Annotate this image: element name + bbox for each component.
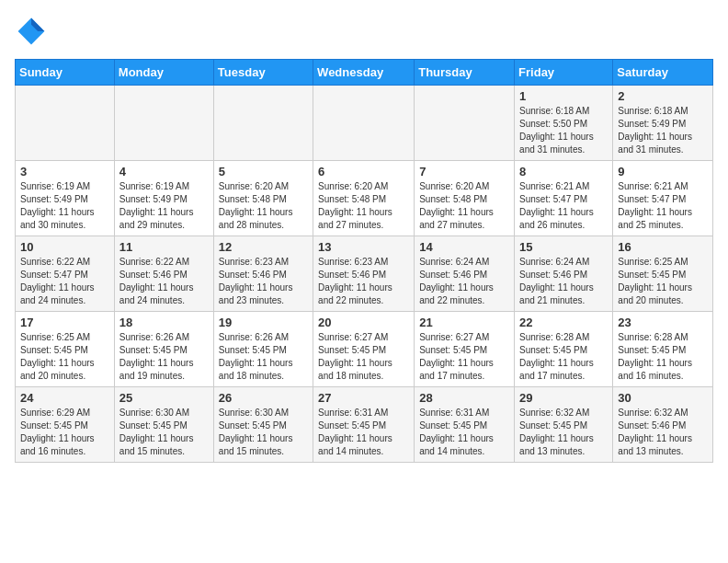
week-row-4: 17Sunrise: 6:25 AMSunset: 5:45 PMDayligh… (16, 312, 713, 387)
day-number: 23 (618, 316, 708, 329)
day-cell: 12Sunrise: 6:23 AMSunset: 5:46 PMDayligh… (213, 236, 313, 312)
day-cell (415, 86, 515, 161)
day-info: Sunrise: 6:32 AMSunset: 5:46 PMDaylight:… (618, 407, 708, 458)
day-number: 16 (618, 240, 708, 254)
header-cell-sunday: Sunday (16, 60, 115, 86)
day-info: Sunrise: 6:27 AMSunset: 5:45 PMDaylight:… (419, 331, 509, 383)
day-cell: 27Sunrise: 6:31 AMSunset: 5:45 PMDayligh… (313, 387, 415, 463)
day-info: Sunrise: 6:22 AMSunset: 5:46 PMDaylight:… (119, 256, 209, 307)
day-number: 22 (519, 316, 608, 329)
day-info: Sunrise: 6:18 AMSunset: 5:50 PMDaylight:… (519, 105, 608, 156)
day-info: Sunrise: 6:28 AMSunset: 5:45 PMDaylight:… (519, 331, 608, 383)
day-cell: 23Sunrise: 6:28 AMSunset: 5:45 PMDayligh… (613, 312, 713, 387)
day-cell: 28Sunrise: 6:31 AMSunset: 5:45 PMDayligh… (415, 387, 515, 463)
day-info: Sunrise: 6:29 AMSunset: 5:45 PMDaylight:… (20, 407, 109, 458)
day-cell: 2Sunrise: 6:18 AMSunset: 5:49 PMDaylight… (613, 86, 713, 161)
day-cell (313, 86, 415, 161)
header-cell-monday: Monday (114, 60, 213, 86)
day-number: 29 (519, 391, 608, 405)
day-info: Sunrise: 6:22 AMSunset: 5:47 PMDaylight:… (20, 256, 109, 307)
day-number: 7 (419, 165, 509, 178)
day-info: Sunrise: 6:25 AMSunset: 5:45 PMDaylight:… (20, 331, 109, 383)
header-cell-wednesday: Wednesday (313, 60, 415, 86)
day-cell: 18Sunrise: 6:26 AMSunset: 5:45 PMDayligh… (114, 312, 213, 387)
day-number: 8 (519, 165, 608, 178)
day-cell: 16Sunrise: 6:25 AMSunset: 5:45 PMDayligh… (613, 236, 713, 312)
day-cell: 6Sunrise: 6:20 AMSunset: 5:48 PMDaylight… (313, 161, 415, 236)
day-cell: 14Sunrise: 6:24 AMSunset: 5:46 PMDayligh… (415, 236, 515, 312)
header (15, 15, 713, 48)
day-info: Sunrise: 6:20 AMSunset: 5:48 PMDaylight:… (318, 180, 409, 232)
day-info: Sunrise: 6:23 AMSunset: 5:46 PMDaylight:… (318, 256, 409, 307)
day-info: Sunrise: 6:21 AMSunset: 5:47 PMDaylight:… (519, 180, 608, 232)
day-info: Sunrise: 6:28 AMSunset: 5:45 PMDaylight:… (618, 331, 708, 383)
header-cell-saturday: Saturday (613, 60, 713, 86)
day-number: 1 (519, 89, 608, 103)
day-number: 11 (119, 240, 209, 254)
day-number: 19 (219, 316, 308, 329)
day-info: Sunrise: 6:27 AMSunset: 5:45 PMDaylight:… (318, 331, 409, 383)
calendar-table: SundayMondayTuesdayWednesdayThursdayFrid… (15, 59, 713, 463)
day-cell: 11Sunrise: 6:22 AMSunset: 5:46 PMDayligh… (114, 236, 213, 312)
day-number: 10 (20, 240, 109, 254)
day-number: 3 (20, 165, 109, 178)
day-info: Sunrise: 6:30 AMSunset: 5:45 PMDaylight:… (219, 407, 308, 458)
day-number: 13 (318, 240, 409, 254)
day-info: Sunrise: 6:32 AMSunset: 5:45 PMDaylight:… (519, 407, 608, 458)
day-number: 2 (618, 89, 708, 103)
day-cell: 9Sunrise: 6:21 AMSunset: 5:47 PMDaylight… (613, 161, 713, 236)
day-cell: 7Sunrise: 6:20 AMSunset: 5:48 PMDaylight… (415, 161, 515, 236)
day-cell: 3Sunrise: 6:19 AMSunset: 5:49 PMDaylight… (16, 161, 115, 236)
day-info: Sunrise: 6:26 AMSunset: 5:45 PMDaylight:… (219, 331, 308, 383)
week-row-1: 1Sunrise: 6:18 AMSunset: 5:50 PMDaylight… (16, 86, 713, 161)
day-info: Sunrise: 6:31 AMSunset: 5:45 PMDaylight:… (419, 407, 509, 458)
day-number: 30 (618, 391, 708, 405)
day-number: 21 (419, 316, 509, 329)
day-number: 20 (318, 316, 409, 329)
header-row: SundayMondayTuesdayWednesdayThursdayFrid… (16, 60, 713, 86)
day-cell: 22Sunrise: 6:28 AMSunset: 5:45 PMDayligh… (515, 312, 613, 387)
day-cell: 4Sunrise: 6:19 AMSunset: 5:49 PMDaylight… (114, 161, 213, 236)
day-number: 26 (219, 391, 308, 405)
day-number: 28 (419, 391, 509, 405)
day-cell (114, 86, 213, 161)
day-info: Sunrise: 6:25 AMSunset: 5:45 PMDaylight:… (618, 256, 708, 307)
day-cell: 10Sunrise: 6:22 AMSunset: 5:47 PMDayligh… (16, 236, 115, 312)
day-cell (16, 86, 115, 161)
day-number: 27 (318, 391, 409, 405)
day-cell: 29Sunrise: 6:32 AMSunset: 5:45 PMDayligh… (515, 387, 613, 463)
header-cell-tuesday: Tuesday (213, 60, 313, 86)
day-cell: 5Sunrise: 6:20 AMSunset: 5:48 PMDaylight… (213, 161, 313, 236)
day-info: Sunrise: 6:24 AMSunset: 5:46 PMDaylight:… (419, 256, 509, 307)
day-cell: 30Sunrise: 6:32 AMSunset: 5:46 PMDayligh… (613, 387, 713, 463)
day-number: 6 (318, 165, 409, 178)
calendar-header: SundayMondayTuesdayWednesdayThursdayFrid… (16, 60, 713, 86)
day-info: Sunrise: 6:18 AMSunset: 5:49 PMDaylight:… (618, 105, 708, 156)
day-info: Sunrise: 6:20 AMSunset: 5:48 PMDaylight:… (419, 180, 509, 232)
day-number: 18 (119, 316, 209, 329)
day-cell: 8Sunrise: 6:21 AMSunset: 5:47 PMDaylight… (515, 161, 613, 236)
logo-icon (15, 15, 48, 48)
day-number: 4 (119, 165, 209, 178)
day-info: Sunrise: 6:23 AMSunset: 5:46 PMDaylight:… (219, 256, 308, 307)
day-cell: 25Sunrise: 6:30 AMSunset: 5:45 PMDayligh… (114, 387, 213, 463)
day-cell: 15Sunrise: 6:24 AMSunset: 5:46 PMDayligh… (515, 236, 613, 312)
header-cell-friday: Friday (515, 60, 613, 86)
day-number: 12 (219, 240, 308, 254)
day-info: Sunrise: 6:24 AMSunset: 5:46 PMDaylight:… (519, 256, 608, 307)
day-info: Sunrise: 6:31 AMSunset: 5:45 PMDaylight:… (318, 407, 409, 458)
day-cell: 19Sunrise: 6:26 AMSunset: 5:45 PMDayligh… (213, 312, 313, 387)
day-info: Sunrise: 6:26 AMSunset: 5:45 PMDaylight:… (119, 331, 209, 383)
week-row-3: 10Sunrise: 6:22 AMSunset: 5:47 PMDayligh… (16, 236, 713, 312)
day-cell: 21Sunrise: 6:27 AMSunset: 5:45 PMDayligh… (415, 312, 515, 387)
day-number: 25 (119, 391, 209, 405)
day-info: Sunrise: 6:20 AMSunset: 5:48 PMDaylight:… (219, 180, 308, 232)
day-cell: 1Sunrise: 6:18 AMSunset: 5:50 PMDaylight… (515, 86, 613, 161)
calendar-body: 1Sunrise: 6:18 AMSunset: 5:50 PMDaylight… (16, 86, 713, 463)
week-row-5: 24Sunrise: 6:29 AMSunset: 5:45 PMDayligh… (16, 387, 713, 463)
day-cell: 20Sunrise: 6:27 AMSunset: 5:45 PMDayligh… (313, 312, 415, 387)
day-cell: 17Sunrise: 6:25 AMSunset: 5:45 PMDayligh… (16, 312, 115, 387)
day-cell: 13Sunrise: 6:23 AMSunset: 5:46 PMDayligh… (313, 236, 415, 312)
header-cell-thursday: Thursday (415, 60, 515, 86)
day-cell: 26Sunrise: 6:30 AMSunset: 5:45 PMDayligh… (213, 387, 313, 463)
